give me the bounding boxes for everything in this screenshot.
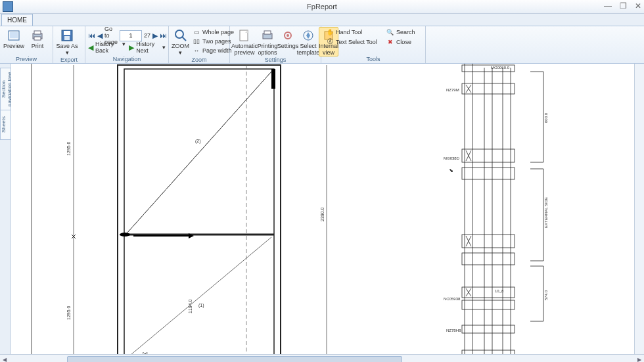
svg-rect-3 — [34, 31, 41, 34]
zoom-button[interactable]: ZOOM ▾ — [172, 28, 189, 56]
vertical-scrollbar[interactable] — [634, 64, 644, 355]
svg-rect-1 — [10, 32, 18, 38]
print-button[interactable]: Print — [26, 28, 49, 49]
side-panel: Section navigation tree Sheets — [0, 64, 11, 362]
scroll-left-arrow[interactable]: ◀ — [0, 355, 9, 362]
two-pages-button[interactable]: ▯▯Two pages — [191, 37, 236, 45]
prev-page-button[interactable]: ◀ — [97, 32, 103, 40]
svg-rect-0 — [9, 31, 19, 40]
search-button[interactable]: 🔍Search — [384, 28, 417, 36]
history-next-arrow[interactable]: ▶ — [129, 43, 134, 52]
sidetab-section-tree[interactable]: Section navigation tree — [0, 68, 11, 111]
hand-tool-button[interactable]: ✋Hand Tool — [324, 28, 379, 36]
hand-icon: ✋ — [326, 28, 334, 36]
close-icon: ✖ — [386, 38, 394, 46]
last-page-button[interactable]: ⏭ — [160, 32, 167, 39]
page-total: 27 — [144, 32, 150, 39]
svg-rect-11 — [263, 34, 272, 39]
preview-button[interactable]: Preview — [3, 28, 25, 49]
horizontal-scrollbar[interactable]: ◀ ▶ — [0, 354, 644, 362]
save-icon — [60, 29, 74, 42]
page-width-icon: ↔ — [193, 47, 200, 55]
gear-icon — [281, 29, 294, 42]
svg-rect-5 — [62, 30, 72, 41]
search-icon: 🔍 — [386, 28, 394, 36]
printer-icon — [261, 29, 274, 42]
page-input[interactable] — [120, 30, 142, 41]
svg-rect-2 — [33, 34, 42, 39]
history-next-button[interactable]: History Next — [136, 41, 160, 54]
ribbon-group-tools: ✋Hand Tool ⒶText Select Tool 🔍Search ✖Cl… — [321, 26, 426, 63]
two-pages-icon: ▯▯ — [193, 37, 200, 45]
scroll-track[interactable] — [18, 355, 626, 362]
minimize-button[interactable]: — — [604, 1, 612, 11]
history-back-arrow[interactable]: ◀ — [88, 43, 93, 52]
app-icon — [3, 1, 13, 12]
close-document-button[interactable]: ✖Close — [384, 37, 417, 46]
zoom-icon — [174, 29, 187, 42]
ribbon-group-settings: Automatic preview Printing options Setti… — [230, 26, 321, 63]
template-icon — [302, 29, 315, 42]
save-as-button[interactable]: Save As ▾ — [56, 28, 78, 56]
svg-point-8 — [175, 30, 183, 38]
ribbon-tabstrip: HOME — [0, 14, 644, 26]
page-icon: ▭ — [193, 28, 200, 36]
ribbon: Preview Print Preview Save As ▾ Export — [0, 26, 644, 64]
svg-rect-7 — [64, 36, 70, 40]
file-icon — [238, 29, 251, 42]
sidetab-sheets[interactable]: Sheets — [0, 110, 11, 140]
print-icon — [31, 29, 44, 42]
text-select-icon: Ⓐ — [326, 38, 334, 46]
svg-point-14 — [287, 34, 289, 37]
page-edge — [31, 64, 637, 362]
next-page-button[interactable]: ▶ — [152, 32, 158, 40]
settings-button[interactable]: Settings — [279, 28, 297, 49]
workspace: Section navigation tree Sheets 1295.0 12… — [0, 64, 644, 362]
ribbon-group-export: Save As ▾ Export — [53, 26, 85, 63]
whole-page-button[interactable]: ▭Whole page — [191, 28, 236, 36]
svg-point-13 — [285, 32, 291, 39]
first-page-button[interactable]: ⏮ — [88, 32, 95, 39]
svg-rect-10 — [240, 30, 248, 41]
page-width-button[interactable]: ↔Page width — [191, 46, 236, 55]
app-title: FpReport — [307, 3, 337, 11]
scroll-thumb[interactable] — [67, 356, 402, 362]
select-template-button[interactable]: Select template — [298, 28, 318, 56]
ribbon-group-preview: Preview Print Preview — [0, 26, 53, 63]
svg-line-9 — [182, 37, 186, 41]
text-select-button[interactable]: ⒶText Select Tool — [324, 37, 379, 46]
restore-button[interactable]: ❐ — [620, 1, 627, 11]
ribbon-group-navigation: ⏮ ◀ Go to page 27 ▶ ⏭ ◀ History Back ▾ ▶… — [85, 26, 169, 63]
document-canvas[interactable]: 1295.0 1295.0 2390.0 — [11, 64, 644, 362]
svg-point-15 — [304, 31, 313, 40]
tab-home[interactable]: HOME — [1, 14, 33, 26]
svg-rect-4 — [34, 37, 41, 40]
history-back-button[interactable]: History Back — [95, 41, 120, 54]
title-bar: FpReport — ❐ ✕ — [0, 0, 644, 14]
preview-icon — [7, 29, 20, 42]
print-options-button[interactable]: Printing options — [258, 28, 277, 56]
close-button[interactable]: ✕ — [635, 1, 641, 11]
svg-rect-6 — [64, 31, 70, 35]
auto-preview-button[interactable]: Automatic preview — [233, 28, 256, 56]
scroll-right-arrow[interactable]: ▶ — [635, 355, 644, 362]
svg-rect-12 — [264, 31, 271, 34]
ribbon-group-zoom: ZOOM ▾ ▭Whole page ▯▯Two pages ↔Page wid… — [169, 26, 230, 63]
